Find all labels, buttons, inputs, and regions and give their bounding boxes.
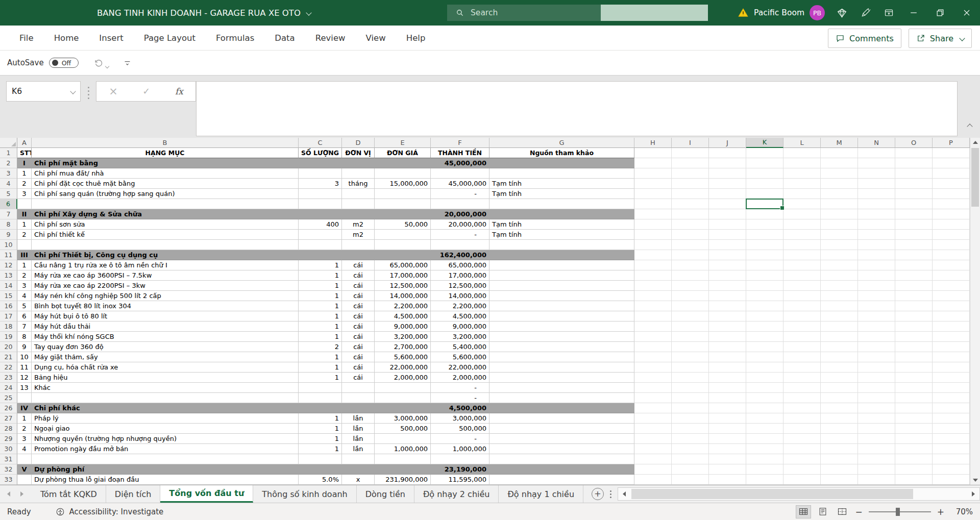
- cell[interactable]: 5,600,000: [375, 352, 431, 362]
- cell[interactable]: [746, 464, 783, 475]
- cell[interactable]: 231,900,000: [375, 475, 431, 485]
- cell[interactable]: [895, 403, 933, 413]
- cell[interactable]: 2: [17, 179, 32, 189]
- cell[interactable]: [821, 240, 858, 250]
- cell[interactable]: [634, 158, 672, 168]
- cell[interactable]: [342, 240, 375, 250]
- cell[interactable]: [746, 270, 783, 281]
- scroll-right-icon[interactable]: [967, 488, 979, 500]
- cell[interactable]: [17, 199, 32, 209]
- cell[interactable]: [821, 403, 858, 413]
- row-header-7[interactable]: 7: [0, 209, 17, 219]
- cell[interactable]: 2: [17, 424, 32, 434]
- column-header-E[interactable]: E: [375, 138, 431, 148]
- cell[interactable]: [672, 301, 709, 311]
- ribbon-tab-formulas[interactable]: Formulas: [206, 26, 264, 50]
- cell[interactable]: [375, 230, 431, 240]
- cell[interactable]: [746, 352, 783, 362]
- gem-icon[interactable]: [830, 0, 853, 26]
- restore-button[interactable]: [927, 0, 953, 26]
- cell[interactable]: [709, 383, 746, 393]
- cell[interactable]: 500,000: [375, 424, 431, 434]
- cell[interactable]: [933, 281, 970, 291]
- cell[interactable]: tháng: [342, 179, 375, 189]
- cell[interactable]: [895, 454, 933, 464]
- cell[interactable]: [634, 250, 672, 260]
- cell[interactable]: [821, 179, 858, 189]
- cell[interactable]: Chi phí Thiết bị, Công cụ dụng cụ: [32, 250, 299, 260]
- cell[interactable]: Máy giặt thảm, sấy: [32, 352, 299, 362]
- cell[interactable]: [895, 383, 933, 393]
- select-all-corner[interactable]: [0, 138, 17, 148]
- cell[interactable]: 1: [299, 373, 342, 383]
- ribbon-tab-review[interactable]: Review: [305, 26, 356, 50]
- cell[interactable]: [672, 362, 709, 373]
- cell[interactable]: 11: [17, 362, 32, 373]
- cell[interactable]: [375, 209, 431, 219]
- cell[interactable]: [933, 311, 970, 321]
- cell[interactable]: [895, 321, 933, 332]
- cell[interactable]: Máy rửa xe cao áp 2200PSI – 3kw: [32, 281, 299, 291]
- cell[interactable]: [709, 301, 746, 311]
- cell[interactable]: -: [431, 393, 489, 403]
- sheet-options-icon[interactable]: [610, 490, 611, 498]
- cell[interactable]: [709, 189, 746, 199]
- cell[interactable]: Pháp lý: [32, 413, 299, 424]
- cell[interactable]: [299, 189, 342, 199]
- cell[interactable]: [783, 413, 821, 424]
- cell[interactable]: [489, 301, 634, 311]
- cell[interactable]: [634, 219, 672, 230]
- ribbon-tab-home[interactable]: Home: [44, 26, 89, 50]
- cell[interactable]: [672, 148, 709, 158]
- cell[interactable]: [783, 179, 821, 189]
- row-header-24[interactable]: 24: [0, 383, 17, 393]
- cell[interactable]: [634, 342, 672, 352]
- sheet-tab-5[interactable]: Dòng tiền: [357, 485, 414, 503]
- ribbon-options-icon[interactable]: [877, 0, 900, 26]
- cell[interactable]: 1: [299, 434, 342, 444]
- cell[interactable]: III: [17, 250, 32, 260]
- cell[interactable]: [821, 475, 858, 485]
- cell[interactable]: 50,000: [375, 219, 431, 230]
- cell[interactable]: [746, 209, 783, 219]
- ribbon-tab-file[interactable]: File: [9, 26, 44, 50]
- cell[interactable]: [672, 464, 709, 475]
- enter-icon[interactable]: ✓: [142, 87, 150, 96]
- cell[interactable]: [672, 189, 709, 199]
- cell[interactable]: cái: [342, 311, 375, 321]
- cell[interactable]: [895, 424, 933, 434]
- cell[interactable]: [489, 434, 634, 444]
- cell[interactable]: [634, 352, 672, 362]
- cell[interactable]: 3,200,000: [431, 332, 489, 342]
- cell[interactable]: [746, 475, 783, 485]
- cell[interactable]: [783, 434, 821, 444]
- cell[interactable]: 12,500,000: [375, 281, 431, 291]
- cell[interactable]: Promotion ngày đầu mở bán: [32, 444, 299, 454]
- row-header-20[interactable]: 20: [0, 342, 17, 352]
- cell[interactable]: [489, 464, 634, 475]
- cell[interactable]: [895, 148, 933, 158]
- cell[interactable]: [858, 281, 895, 291]
- cell[interactable]: 3,000,000: [375, 413, 431, 424]
- cell[interactable]: [783, 362, 821, 373]
- cell[interactable]: 9,000,000: [375, 321, 431, 332]
- cell[interactable]: [709, 464, 746, 475]
- sheet-tab-6[interactable]: Độ nhạy 2 chiều: [414, 485, 499, 503]
- cell[interactable]: [858, 434, 895, 444]
- cell[interactable]: [895, 475, 933, 485]
- cell[interactable]: cái: [342, 342, 375, 352]
- cell[interactable]: [783, 403, 821, 413]
- cell[interactable]: [858, 219, 895, 230]
- cell[interactable]: [858, 373, 895, 383]
- cell[interactable]: 45,000,000: [431, 179, 489, 189]
- cell[interactable]: [783, 352, 821, 362]
- cell[interactable]: [858, 444, 895, 454]
- cell[interactable]: Chi phí sơn sửa: [32, 219, 299, 230]
- cell[interactable]: [933, 373, 970, 383]
- cell[interactable]: V: [17, 464, 32, 475]
- cell[interactable]: [858, 362, 895, 373]
- cell[interactable]: m2: [342, 230, 375, 240]
- cell[interactable]: [933, 158, 970, 168]
- row-header-11[interactable]: 11: [0, 250, 17, 260]
- row-header-30[interactable]: 30: [0, 444, 17, 454]
